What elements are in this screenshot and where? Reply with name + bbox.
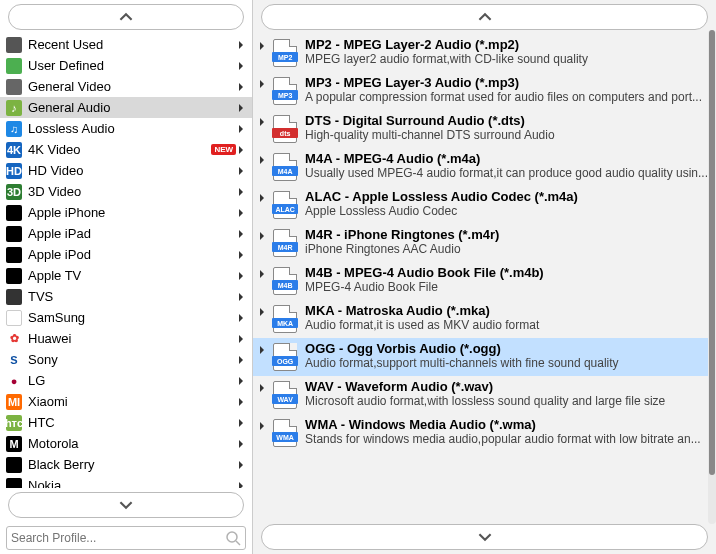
chevron-down-icon	[478, 530, 492, 544]
category-item-samsung[interactable]: SamSung	[0, 307, 252, 328]
format-item-wma[interactable]: WMAWMA - Windows Media Audio (*.wma)Stan…	[253, 414, 716, 452]
format-file-icon: MKA	[271, 303, 299, 335]
format-description: Apple Lossless Audio Codec	[305, 204, 708, 218]
chevron-right-icon	[236, 82, 246, 92]
category-label: Apple iPod	[28, 247, 236, 262]
chevron-right-icon	[257, 307, 267, 317]
category-label: Recent Used	[28, 37, 236, 52]
format-scroll-up[interactable]	[261, 4, 708, 30]
chevron-right-icon	[236, 166, 246, 176]
format-file-icon: MP3	[271, 75, 299, 107]
format-item-m4a[interactable]: M4AM4A - MPEG-4 Audio (*.m4a)Usually use…	[253, 148, 716, 186]
category-icon: ●	[6, 373, 22, 389]
category-item-hd-video[interactable]: HDHD Video	[0, 160, 252, 181]
format-item-m4r[interactable]: M4RM4R - iPhone Ringtones (*.m4r)iPhone …	[253, 224, 716, 262]
format-item-alac[interactable]: ALACALAC - Apple Lossless Audio Codec (*…	[253, 186, 716, 224]
category-icon: ♪	[6, 100, 22, 116]
format-description: A popular compression format used for au…	[305, 90, 708, 104]
scrollbar-thumb[interactable]	[709, 30, 715, 475]
format-item-wav[interactable]: WAVWAV - Waveform Audio (*.wav)Microsoft…	[253, 376, 716, 414]
category-icon	[6, 205, 22, 221]
format-item-mka[interactable]: MKAMKA - Matroska Audio (*.mka)Audio for…	[253, 300, 716, 338]
category-item-general-audio[interactable]: ♪General Audio	[0, 97, 252, 118]
category-panel: Recent UsedUser DefinedGeneral Video♪Gen…	[0, 0, 253, 554]
category-icon: hтc	[6, 415, 22, 431]
category-item-recent-used[interactable]: Recent Used	[0, 34, 252, 55]
category-item-apple-ipad[interactable]: Apple iPad	[0, 223, 252, 244]
search-input[interactable]	[11, 531, 225, 545]
format-panel: MP2MP2 - MPEG Layer-2 Audio (*.mp2)MPEG …	[253, 0, 716, 554]
category-item-nokia[interactable]: Nokia	[0, 475, 252, 488]
category-item-apple-iphone[interactable]: Apple iPhone	[0, 202, 252, 223]
chevron-right-icon	[236, 208, 246, 218]
category-label: LG	[28, 373, 236, 388]
chevron-right-icon	[236, 124, 246, 134]
chevron-right-icon	[236, 145, 246, 155]
category-scroll-down[interactable]	[8, 492, 244, 518]
format-title: WAV - Waveform Audio (*.wav)	[305, 379, 708, 394]
format-item-ogg[interactable]: OGGOGG - Ogg Vorbis Audio (*.ogg)Audio f…	[253, 338, 716, 376]
category-icon: MI	[6, 394, 22, 410]
chevron-down-icon	[119, 498, 133, 512]
category-item-motorola[interactable]: MMotorola	[0, 433, 252, 454]
vertical-scrollbar[interactable]	[708, 30, 716, 524]
category-item-apple-tv[interactable]: Apple TV	[0, 265, 252, 286]
category-label: Lossless Audio	[28, 121, 236, 136]
category-item-htc[interactable]: hтcHTC	[0, 412, 252, 433]
category-item-apple-ipod[interactable]: Apple iPod	[0, 244, 252, 265]
chevron-right-icon	[257, 41, 267, 51]
category-list: Recent UsedUser DefinedGeneral Video♪Gen…	[0, 34, 252, 488]
format-file-icon: WMA	[271, 417, 299, 449]
format-title: DTS - Digital Surround Audio (*.dts)	[305, 113, 708, 128]
category-item-lg[interactable]: ●LG	[0, 370, 252, 391]
format-scroll-down[interactable]	[261, 524, 708, 550]
format-item-mp2[interactable]: MP2MP2 - MPEG Layer-2 Audio (*.mp2)MPEG …	[253, 34, 716, 72]
chevron-right-icon	[257, 117, 267, 127]
format-file-icon: dts	[271, 113, 299, 145]
chevron-right-icon	[236, 313, 246, 323]
format-item-mp3[interactable]: MP3MP3 - MPEG Layer-3 Audio (*.mp3)A pop…	[253, 72, 716, 110]
category-item-4k-video[interactable]: 4K4K VideoNEW	[0, 139, 252, 160]
chevron-right-icon	[236, 61, 246, 71]
chevron-right-icon	[236, 397, 246, 407]
category-icon: M	[6, 436, 22, 452]
category-item-black-berry[interactable]: Black Berry	[0, 454, 252, 475]
category-label: User Defined	[28, 58, 236, 73]
category-icon	[6, 226, 22, 242]
chevron-right-icon	[236, 40, 246, 50]
category-item-3d-video[interactable]: 3D3D Video	[0, 181, 252, 202]
format-description: High-quality multi-channel DTS surround …	[305, 128, 708, 142]
category-item-general-video[interactable]: General Video	[0, 76, 252, 97]
category-icon: 4K	[6, 142, 22, 158]
category-item-user-defined[interactable]: User Defined	[0, 55, 252, 76]
category-icon: HD	[6, 163, 22, 179]
category-item-huawei[interactable]: ✿Huawei	[0, 328, 252, 349]
search-icon	[225, 530, 241, 546]
format-file-icon: MP2	[271, 37, 299, 69]
category-label: Apple TV	[28, 268, 236, 283]
category-item-lossless-audio[interactable]: ♫Lossless Audio	[0, 118, 252, 139]
format-item-dts[interactable]: dtsDTS - Digital Surround Audio (*.dts)H…	[253, 110, 716, 148]
category-item-sony[interactable]: SSony	[0, 349, 252, 370]
category-icon	[6, 247, 22, 263]
category-item-xiaomi[interactable]: MIXiaomi	[0, 391, 252, 412]
new-badge: NEW	[211, 144, 236, 155]
format-description: Usually used MPEG-4 audio format,it can …	[305, 166, 708, 180]
format-description: iPhone Ringtones AAC Audio	[305, 242, 708, 256]
category-scroll-up[interactable]	[8, 4, 244, 30]
category-icon: 3D	[6, 184, 22, 200]
chevron-right-icon	[257, 231, 267, 241]
chevron-up-icon	[119, 10, 133, 24]
search-box[interactable]	[6, 526, 246, 550]
format-description: MPEG-4 Audio Book File	[305, 280, 708, 294]
svg-point-0	[227, 532, 237, 542]
format-description: MPEG layer2 audio format,with CD-like so…	[305, 52, 708, 66]
category-icon	[6, 310, 22, 326]
format-file-icon: M4A	[271, 151, 299, 183]
chevron-right-icon	[236, 292, 246, 302]
chevron-right-icon	[257, 345, 267, 355]
category-item-tvs[interactable]: TVS	[0, 286, 252, 307]
category-icon	[6, 478, 22, 489]
format-item-m4b[interactable]: M4BM4B - MPEG-4 Audio Book File (*.m4b)M…	[253, 262, 716, 300]
chevron-right-icon	[236, 334, 246, 344]
